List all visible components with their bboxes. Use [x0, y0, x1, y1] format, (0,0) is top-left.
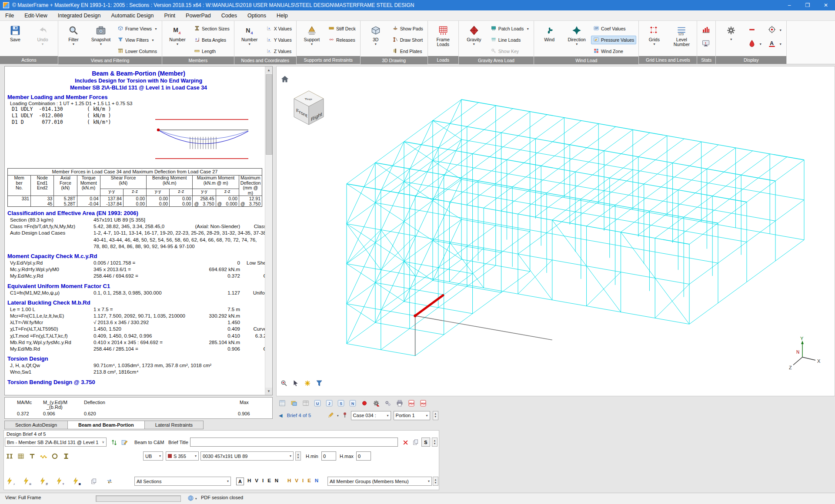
copy-sections-icon[interactable]	[89, 477, 99, 486]
badge-u-button[interactable]: U	[312, 398, 323, 409]
filter-letter-e-colored[interactable]: E	[307, 478, 311, 483]
highlight-icon[interactable]	[303, 378, 312, 388]
hmax-input[interactable]	[356, 451, 371, 461]
ribbon-stats-button[interactable]	[699, 24, 712, 36]
ribbon-view-filters-button[interactable]: View Filters▼	[115, 36, 160, 44]
pointer-icon[interactable]	[291, 378, 301, 388]
frame-wireframe[interactable]	[347, 99, 804, 356]
ribbon-wind-button[interactable]: Wind	[536, 22, 562, 42]
menu-edit-view[interactable]: Edit-View	[19, 11, 53, 20]
table-button[interactable]	[301, 398, 311, 409]
gears-button[interactable]	[383, 398, 393, 409]
filter-letter-i[interactable]: I	[262, 478, 264, 483]
copy-brief-icon[interactable]	[411, 438, 421, 447]
ribbon-length-button[interactable]: Length	[192, 47, 232, 56]
ribbon-pressure-values-button[interactable]: Pressure Values	[591, 36, 636, 44]
hmin-input[interactable]	[321, 451, 336, 461]
ribbon-filter-button[interactable]: Filter▼	[60, 22, 87, 46]
scroll-up-button[interactable]: ▲	[265, 66, 272, 74]
ribbon-draw-short-button[interactable]: Draw Short	[390, 36, 425, 44]
filter-letter-i-colored[interactable]: I	[302, 478, 304, 483]
printer-button[interactable]	[394, 398, 405, 409]
pin-icon[interactable]	[341, 411, 348, 419]
load-case-select[interactable]: Case 034 :▾	[351, 411, 391, 420]
3d-viewport[interactable]: Front Right Top Y X Z N	[276, 66, 835, 396]
close-button[interactable]: ✕	[817, 0, 835, 10]
wireframe-canvas[interactable]	[277, 66, 835, 396]
view-cube[interactable]: Front Right Top	[289, 86, 329, 127]
section-plate-icon[interactable]	[16, 451, 26, 461]
ribbon-coef-values-button[interactable]: CPCoef Values	[591, 24, 636, 33]
ribbon-level-number-button[interactable]: 123Level Number	[668, 22, 695, 47]
ribbon-show-key-button[interactable]: Show Key	[488, 47, 531, 56]
ribbon-letter-a-button[interactable]: A▼	[765, 38, 784, 50]
ribbon-snapshot-button[interactable]: Snapshot▼	[88, 22, 114, 46]
zoom-icon[interactable]	[279, 378, 289, 388]
steel-grade-select[interactable]: S 355▾	[166, 451, 199, 461]
brief-spinner[interactable]: ▲▼	[432, 438, 438, 447]
autodesign-edit-button[interactable]: +	[54, 477, 64, 486]
badge-s-button[interactable]: S	[336, 398, 346, 409]
delete-brief-icon[interactable]	[401, 438, 410, 447]
selected-member-node[interactable]	[414, 314, 417, 317]
ribbon-direction-button[interactable]: Direction▼	[564, 22, 590, 46]
globe-dropdown-arrow-icon[interactable]: ▾	[195, 497, 197, 501]
autodesign-list-button[interactable]: ≡	[21, 477, 31, 486]
menu-print[interactable]: Print	[159, 11, 180, 20]
ribbon-patch-loads-button[interactable]: Patch Loads▼	[488, 24, 531, 33]
filter-icon[interactable]	[314, 378, 324, 388]
ribbon-number-button[interactable]: M4Number▼	[164, 22, 190, 46]
minimize-button[interactable]: –	[780, 0, 798, 10]
section-chs-icon[interactable]	[50, 451, 60, 461]
section-tee-icon[interactable]	[27, 451, 37, 461]
home-view-button[interactable]	[280, 74, 290, 85]
filter-letter-h[interactable]: H	[247, 478, 251, 483]
section-type-select[interactable]: UB▾	[143, 451, 163, 461]
badge-j-button[interactable]: J	[324, 398, 334, 409]
ribbon-3d-button[interactable]: 3D▼	[363, 22, 389, 46]
portion-select[interactable]: Portion 1▾	[394, 411, 430, 420]
menu-codes[interactable]: Codes	[216, 11, 242, 20]
ribbon-end-plates-button[interactable]: End Plates	[390, 47, 425, 56]
ribbon-z-values-button[interactable]: zZ Values	[264, 47, 294, 56]
tab-lateral-restraints[interactable]: Lateral Restraints	[145, 421, 204, 429]
ribbon-support-button[interactable]: Support▼	[299, 22, 325, 46]
maximize-button[interactable]: ❐	[798, 0, 817, 10]
section-ibeams-icon[interactable]	[5, 451, 14, 461]
section-ibeam-icon[interactable]	[61, 451, 71, 461]
report-scrollbar[interactable]: ▲ ▼	[265, 66, 272, 395]
tab-section-autodesign[interactable]: Section AutoDesign	[4, 421, 68, 429]
menu-options[interactable]: Options	[242, 11, 271, 20]
ribbon-number-button[interactable]: N4Number▼	[237, 22, 263, 46]
section-size-select[interactable]: 0030 457x191 UB 89▾	[200, 451, 294, 461]
layers-button[interactable]	[289, 398, 299, 409]
autodesign-brief-button[interactable]: ■	[71, 477, 80, 486]
ribbon-frame-views-button[interactable]: Frame Views▼	[115, 24, 160, 33]
beam-to-cm-label[interactable]: Beam to C&M	[134, 438, 164, 447]
ribbon-show-pads-button[interactable]: Show Pads	[390, 24, 425, 33]
menu-file[interactable]: File	[0, 11, 19, 20]
badge-n-button[interactable]: N	[347, 398, 358, 409]
menu-help[interactable]: Help	[271, 11, 293, 20]
ribbon-target-button[interactable]: ▼	[765, 24, 784, 36]
sections-filter-select[interactable]: All Sections▾	[134, 477, 231, 486]
size-spinner[interactable]: ▲▼	[295, 451, 301, 461]
ribbon-grids-button[interactable]: Grids▼	[641, 22, 667, 46]
s-button[interactable]: S	[421, 438, 430, 447]
ribbon-beta-angles-button[interactable]: βBeta Angles	[192, 36, 232, 44]
pdf-button[interactable]: PDF	[406, 398, 417, 409]
selected-member-highlight[interactable]	[415, 295, 444, 316]
ribbon-wind-zone-button[interactable]: Wind Zone	[591, 47, 636, 56]
ribbon-line-loads-button[interactable]: Line Loads	[488, 36, 531, 44]
ribbon-x-values-button[interactable]: xX Values	[264, 24, 294, 33]
groups-spinner[interactable]: ▲▼	[433, 477, 438, 486]
tab-beam-and-beam-portion[interactable]: Beam and Beam-Portion	[68, 421, 145, 429]
letter-a-button[interactable]: A	[236, 477, 244, 485]
ribbon-save-button[interactable]: Save	[2, 22, 28, 42]
filter-letter-h-colored[interactable]: H	[287, 478, 291, 483]
filter-letter-n[interactable]: N	[275, 478, 278, 483]
reorder-briefs-icon[interactable]	[109, 438, 119, 447]
portion-spinner[interactable]: ▲▼	[433, 411, 438, 420]
filter-letter-v[interactable]: V	[255, 478, 258, 483]
record-button[interactable]	[359, 398, 370, 409]
